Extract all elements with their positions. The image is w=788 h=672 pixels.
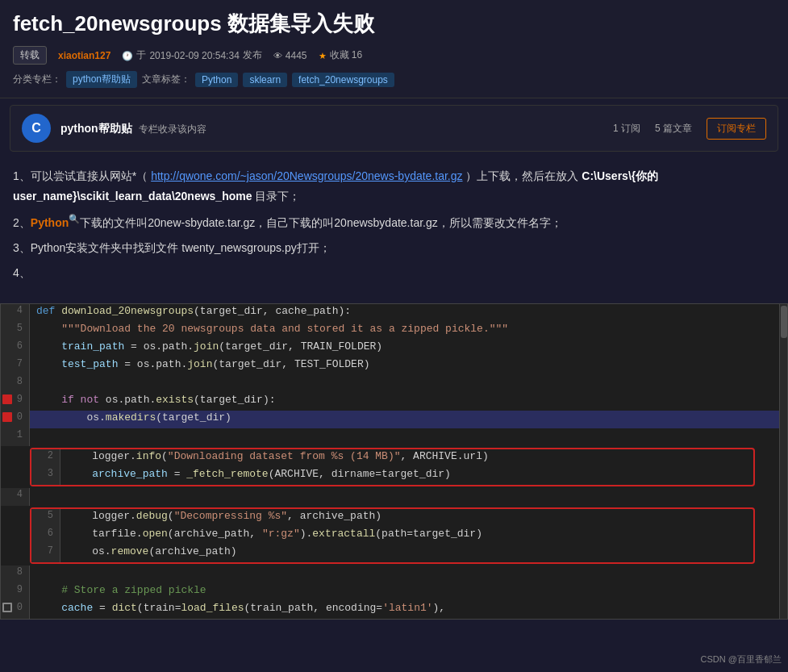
download-link[interactable]: http://qwone.com/~jason/20Newsgroups/20n… <box>151 169 462 182</box>
section-name: python帮助贴 <box>60 122 132 135</box>
tag-sklearn[interactable]: sklearn <box>243 73 287 87</box>
meta-row: 转载 xiaotian127 于 2019-02-09 20:54:34 发布 … <box>13 46 775 65</box>
views-meta: 4445 <box>273 50 307 61</box>
point1: 1、可以尝试直接从网站*（ http://qwone.com/~jason/20… <box>13 166 775 207</box>
code-line-4: 4 def download_20newsgroups(target_dir, … <box>1 304 787 322</box>
code-line-10: 0 os.makedirs(target_dir) <box>1 411 787 428</box>
code-line-9: 9 if not os.path.exists(target_dir): <box>1 393 787 411</box>
point4: 4、 <box>13 263 775 283</box>
watermark: CSDN @百里香郁兰 <box>701 653 782 666</box>
code-line-19: 9 # Store a zipped pickle <box>1 583 787 601</box>
code-line-17: 7 os.remove(archive_path) <box>31 545 753 562</box>
eye-icon <box>273 50 282 61</box>
code-line-15: 5 logger.debug("Decompressing %s", archi… <box>31 509 753 527</box>
code-line-13: 3 archive_path = _fetch_remote(ARCHIVE, … <box>31 467 753 485</box>
repost-button[interactable]: 转载 <box>13 46 47 65</box>
top-header: fetch_20newsgroups 数据集导入失败 转载 xiaotian12… <box>0 0 788 98</box>
tags-label: 文章标签： <box>142 73 190 86</box>
article-body: 1、可以尝试直接从网站*（ http://qwone.com/~jason/20… <box>0 158 788 297</box>
star-icon <box>319 50 327 61</box>
author-name: xiaotian127 <box>58 50 110 61</box>
code-line-6: 6 train_path = os.path.join(target_dir, … <box>1 340 787 357</box>
tag-python[interactable]: Python <box>195 73 238 87</box>
code-line-20: 0 cache = dict(train=load_files(train_pa… <box>1 601 787 619</box>
python-label: Python <box>31 216 69 229</box>
point2: 2、Python🔍下载的文件叫20new-sbydate.tar.gz，自己下载… <box>13 211 775 233</box>
articles-count: 5 篇文章 <box>655 122 692 136</box>
category-label: 分类专栏： <box>13 73 61 86</box>
code-line-8: 8 <box>1 375 787 393</box>
code-block: 4 def download_20newsgroups(target_dir, … <box>0 303 788 620</box>
tags-row: 分类专栏： python帮助贴 文章标签： Python sklearn fet… <box>13 71 775 88</box>
category-tag[interactable]: python帮助贴 <box>66 71 137 88</box>
section-logo: C <box>22 114 51 143</box>
code-line-7: 7 test_path = os.path.join(target_dir, T… <box>1 357 787 375</box>
section-info: python帮助贴 专栏收录该内容 <box>60 121 206 136</box>
scrollbar-thumb[interactable] <box>781 306 787 338</box>
clock-icon <box>122 50 133 61</box>
favorites-meta: 收藏 16 <box>319 48 363 62</box>
red-box-1: 2 logger.info("Downloading dataset from … <box>30 448 755 486</box>
code-line-11-empty: 1 <box>1 428 787 446</box>
section-desc: 专栏收录该内容 <box>139 123 206 135</box>
section-banner: C python帮助贴 专栏收录该内容 1 订阅 5 篇文章 订阅专栏 <box>10 105 778 152</box>
article-title: fetch_20newsgroups 数据集导入失败 <box>13 10 775 38</box>
point3: 3、Python安装文件夹中找到文件 twenty_newsgroups.py打… <box>13 238 775 258</box>
scrollbar[interactable] <box>779 304 787 619</box>
code-line-16: 6 tarfile.open(archive_path, "r:gz").ext… <box>31 527 753 545</box>
subscribe-button[interactable]: 订阅专栏 <box>707 118 766 140</box>
tag-fetch[interactable]: fetch_20newsgroups <box>292 73 394 87</box>
code-line-5: 5 """Download the 20 newsgroups data and… <box>1 322 787 340</box>
search-icon: 🔍 <box>69 214 80 223</box>
code-line-14-empty: 4 <box>1 488 787 506</box>
code-line-12: 2 logger.info("Downloading dataset from … <box>31 449 753 467</box>
red-box-2: 5 logger.debug("Decompressing %s", archi… <box>30 507 755 564</box>
subscribers-count: 1 订阅 <box>613 122 640 136</box>
section-stats: 1 订阅 5 篇文章 订阅专栏 <box>613 118 766 140</box>
code-line-18-empty: 8 <box>1 566 787 583</box>
date-meta: 于 2019-02-09 20:54:34 发布 <box>122 48 261 62</box>
